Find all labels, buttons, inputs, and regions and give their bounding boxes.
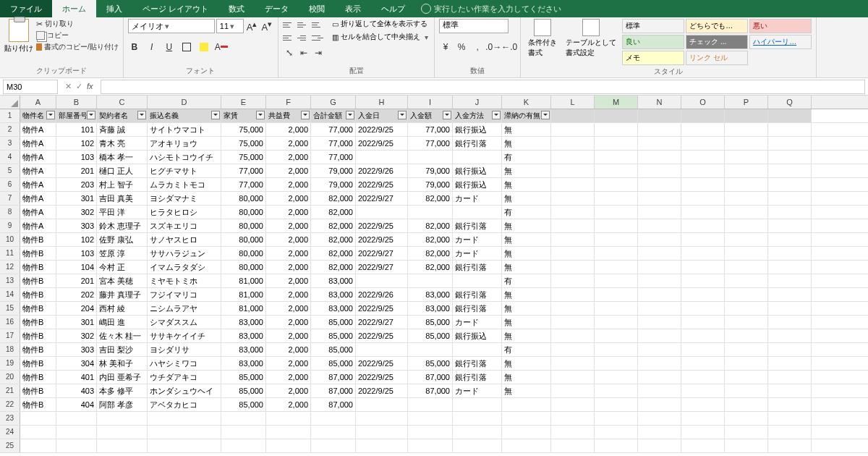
cell[interactable] (595, 302, 638, 315)
row-header[interactable]: 18 (0, 343, 20, 356)
conditional-formatting-button[interactable]: 条件付き 書式 (525, 19, 560, 58)
cell[interactable]: 笠原 淳 (97, 247, 148, 260)
cell[interactable]: ササキケイイチ (148, 329, 221, 342)
style-check[interactable]: チェック ... (686, 35, 748, 49)
table-header-cell[interactable]: 入金方法 (453, 109, 502, 122)
underline-button[interactable]: U (163, 41, 176, 54)
align-left-icon[interactable] (283, 32, 294, 43)
cell[interactable]: 103 (56, 151, 97, 164)
column-header[interactable]: L (551, 96, 595, 109)
cell[interactable]: 吉田 梨沙 (97, 343, 148, 356)
cell[interactable]: 鈴木 恵理子 (97, 219, 148, 232)
cell[interactable]: 82,000 (311, 247, 356, 260)
cell[interactable]: 銀行引落 (453, 302, 502, 315)
cell[interactable] (595, 123, 638, 136)
filter-icon[interactable] (256, 111, 265, 119)
cell[interactable] (681, 219, 725, 232)
cell[interactable] (681, 439, 725, 452)
column-header[interactable]: I (408, 96, 453, 109)
cell[interactable] (768, 247, 812, 260)
cell[interactable] (768, 219, 812, 232)
cell[interactable] (768, 123, 812, 136)
cell[interactable]: 403 (56, 384, 97, 397)
cell[interactable]: 2022/9/27 (356, 261, 408, 274)
cell[interactable]: 81,000 (221, 288, 266, 301)
column-header[interactable]: Q (768, 96, 812, 109)
cell[interactable] (681, 164, 725, 177)
cell[interactable]: 物件B (20, 233, 56, 246)
column-header[interactable]: M (595, 96, 638, 109)
cell[interactable]: 81,000 (221, 302, 266, 315)
cell[interactable] (408, 206, 453, 219)
cell[interactable]: 2,000 (266, 178, 311, 191)
cell[interactable]: ヨシダマナミ (148, 192, 221, 205)
cell[interactable]: 77,000 (408, 123, 453, 136)
cell[interactable] (725, 233, 768, 246)
font-name-combo[interactable]: メイリオ▾ (128, 19, 215, 33)
row-header[interactable]: 17 (0, 329, 20, 342)
cell[interactable] (725, 137, 768, 150)
cell[interactable] (638, 384, 681, 397)
cell[interactable] (595, 206, 638, 219)
cell[interactable] (768, 384, 812, 397)
cell[interactable]: 83,000 (311, 274, 356, 287)
column-header[interactable]: C (97, 96, 148, 109)
cell[interactable]: サイトウマコト (148, 123, 221, 136)
row-header[interactable]: 10 (0, 233, 20, 246)
cell[interactable] (56, 412, 97, 425)
cell[interactable]: 無 (502, 164, 551, 177)
format-painter-button[interactable]: 書式のコピー/貼り付け (36, 42, 119, 52)
cell[interactable] (768, 329, 812, 342)
style-linked-cell[interactable]: リンク セル (686, 51, 748, 65)
cell[interactable] (97, 412, 148, 425)
cell[interactable]: 2,000 (266, 206, 311, 219)
table-header-cell[interactable] (725, 109, 768, 122)
cell[interactable] (725, 439, 768, 452)
cell[interactable] (56, 426, 97, 439)
cell[interactable] (681, 384, 725, 397)
column-header[interactable]: P (725, 96, 768, 109)
cell[interactable] (681, 302, 725, 315)
increase-indent-icon[interactable]: ⇥ (312, 46, 325, 59)
decrease-font-icon[interactable]: A▾ (260, 20, 273, 33)
paste-button[interactable]: 貼り付け (4, 43, 33, 54)
copy-button[interactable]: コピー (36, 30, 119, 41)
cell[interactable]: 82,000 (311, 233, 356, 246)
cell[interactable]: 83,000 (221, 329, 266, 342)
cell[interactable]: 304 (56, 357, 97, 370)
cell[interactable] (681, 151, 725, 164)
cell[interactable]: 2022/9/25 (356, 357, 408, 370)
cell[interactable] (595, 274, 638, 287)
cell[interactable] (768, 137, 812, 150)
cell[interactable] (356, 412, 408, 425)
enter-formula-icon[interactable]: ✓ (76, 82, 82, 91)
cell[interactable]: ミヤモトミホ (148, 274, 221, 287)
cell[interactable] (502, 412, 551, 425)
cell[interactable]: 佐々木 桂一 (97, 329, 148, 342)
cell[interactable] (768, 302, 812, 315)
cell[interactable]: 85,000 (221, 398, 266, 411)
row-header[interactable]: 1 (0, 109, 20, 122)
row-header[interactable]: 5 (0, 164, 20, 177)
cell[interactable] (551, 302, 595, 315)
cell[interactable]: イマムラタダシ (148, 261, 221, 274)
cell[interactable]: カード (453, 233, 502, 246)
increase-decimal-icon[interactable]: .0→ (487, 41, 500, 54)
align-right-icon[interactable] (312, 32, 323, 43)
cell[interactable]: 77,000 (311, 151, 356, 164)
worksheet-grid[interactable]: ABCDEFGHIJKLMNOPQ1物件名部屋番号契約者名振込名義家賃共益費合計… (0, 96, 868, 453)
cell[interactable] (725, 426, 768, 439)
cell[interactable] (725, 412, 768, 425)
cell[interactable]: 201 (56, 164, 97, 177)
cell[interactable]: 83,000 (221, 343, 266, 356)
cell[interactable]: 橋本 孝一 (97, 151, 148, 164)
cell[interactable] (725, 261, 768, 274)
cell[interactable]: 無 (502, 316, 551, 329)
tab-formulas[interactable]: 数式 (218, 0, 255, 17)
cell[interactable] (356, 274, 408, 287)
cell[interactable]: 銀行引落 (453, 219, 502, 232)
style-neutral[interactable]: どちらでも… (686, 19, 748, 33)
cell[interactable]: 阿部 孝彦 (97, 398, 148, 411)
cell[interactable] (595, 288, 638, 301)
cell[interactable]: 401 (56, 371, 97, 384)
